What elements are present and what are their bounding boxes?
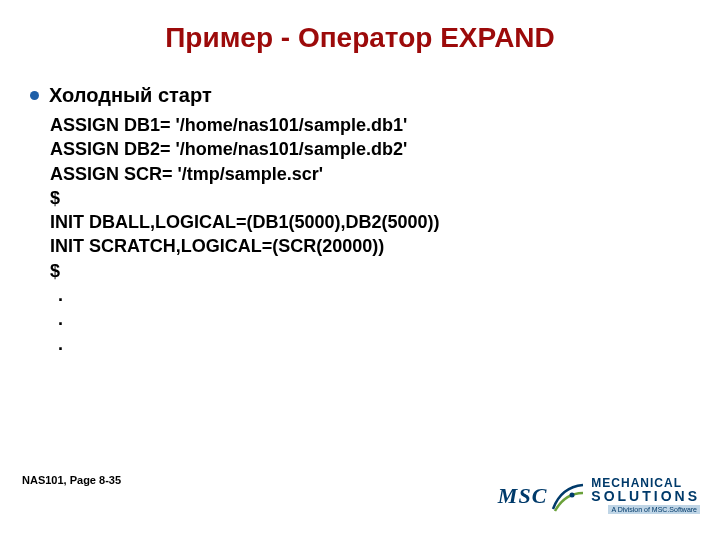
code-line: $ — [50, 188, 60, 208]
logo-right-block: MECHANICAL SOLUTIONS A Division of MSC.S… — [591, 477, 700, 514]
code-line: INIT DBALL,LOGICAL=(DB1(5000),DB2(5000)) — [50, 212, 440, 232]
bullet-item: Холодный старт — [30, 84, 690, 107]
company-logo: MSC MECHANICAL SOLUTIONS A Division of M… — [498, 477, 700, 514]
code-line: ASSIGN DB2= '/home/nas101/sample.db2' — [50, 139, 407, 159]
code-line: $ — [50, 261, 60, 281]
code-block: ASSIGN DB1= '/home/nas101/sample.db1' AS… — [30, 113, 690, 283]
logo-msc-text: MSC — [498, 483, 547, 509]
swoosh-icon — [551, 479, 585, 513]
slide-title: Пример - Оператор EXPAND — [0, 0, 720, 54]
page-footer: NAS101, Page 8-35 — [22, 474, 121, 486]
logo-division: A Division of MSC.Software — [608, 505, 700, 514]
dot: . — [58, 332, 690, 356]
slide: Пример - Оператор EXPAND Холодный старт … — [0, 0, 720, 540]
ellipsis: . . . — [30, 283, 690, 356]
code-line: INIT SCRATCH,LOGICAL=(SCR(20000)) — [50, 236, 384, 256]
bullet-text: Холодный старт — [49, 84, 212, 107]
code-line: ASSIGN DB1= '/home/nas101/sample.db1' — [50, 115, 407, 135]
slide-content: Холодный старт ASSIGN DB1= '/home/nas101… — [0, 54, 720, 356]
code-line: ASSIGN SCR= '/tmp/sample.scr' — [50, 164, 323, 184]
svg-point-0 — [570, 492, 575, 497]
logo-solutions: SOLUTIONS — [591, 489, 700, 503]
dot: . — [58, 283, 690, 307]
dot: . — [58, 307, 690, 331]
bullet-icon — [30, 91, 39, 100]
